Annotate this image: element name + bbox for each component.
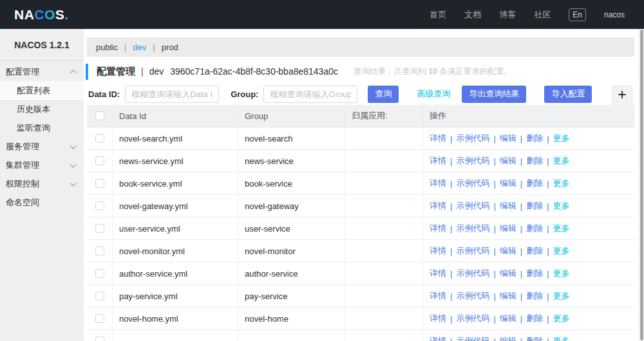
action-more[interactable]: 更多 bbox=[553, 178, 570, 189]
action-more[interactable]: 更多 bbox=[553, 245, 570, 257]
table-row: user-service.yml user-service 详情| 示例代码| … bbox=[87, 217, 634, 240]
action-separator: | bbox=[547, 314, 549, 324]
sidebar-item-config-list[interactable]: 配置列表 bbox=[0, 81, 84, 100]
action-separator: | bbox=[450, 156, 452, 166]
action-edit[interactable]: 编辑 bbox=[500, 290, 516, 302]
select-all-checkbox[interactable] bbox=[95, 111, 104, 120]
row-checkbox[interactable] bbox=[95, 246, 104, 255]
nav-link-blog[interactable]: 博客 bbox=[499, 9, 516, 21]
add-config-button[interactable]: + bbox=[612, 86, 632, 106]
row-checkbox[interactable] bbox=[95, 134, 104, 143]
scrollbar-thumb[interactable] bbox=[640, 30, 643, 340]
action-separator: | bbox=[547, 224, 549, 234]
username[interactable]: nacos bbox=[604, 10, 625, 19]
table-row: novel-home.yml novel-home 详情| 示例代码| 编辑| … bbox=[87, 308, 634, 330]
action-edit[interactable]: 编辑 bbox=[500, 133, 516, 144]
action-detail[interactable]: 详情 bbox=[430, 335, 446, 341]
table-row: news-service.yml news-service 详情| 示例代码| … bbox=[87, 150, 634, 172]
app-cell bbox=[345, 285, 423, 307]
action-sample-code[interactable]: 示例代码 bbox=[456, 335, 489, 341]
action-sample-code[interactable]: 示例代码 bbox=[456, 200, 489, 212]
group-input[interactable] bbox=[263, 86, 357, 103]
action-sample-code[interactable]: 示例代码 bbox=[456, 178, 489, 189]
row-checkbox[interactable] bbox=[95, 291, 104, 300]
action-detail[interactable]: 详情 bbox=[430, 155, 446, 167]
sidebar-version-title: NACOS 1.2.1 bbox=[0, 29, 84, 61]
action-delete[interactable]: 删除 bbox=[526, 290, 543, 302]
namespace-tab-dev[interactable]: dev bbox=[133, 42, 146, 52]
nav-link-home[interactable]: 首页 bbox=[430, 9, 446, 21]
sidebar-item-history-versions[interactable]: 历史版本 bbox=[0, 100, 84, 118]
row-checkbox[interactable] bbox=[95, 156, 104, 165]
action-more[interactable]: 更多 bbox=[553, 223, 570, 234]
row-checkbox[interactable] bbox=[95, 201, 104, 210]
row-checkbox[interactable] bbox=[95, 314, 104, 323]
sidebar-item-listener-query[interactable]: 监听查询 bbox=[0, 118, 84, 137]
action-delete[interactable]: 删除 bbox=[526, 223, 543, 234]
action-sample-code[interactable]: 示例代码 bbox=[456, 155, 489, 167]
sidebar-item-permission-control[interactable]: 权限控制 bbox=[0, 174, 84, 193]
search-button[interactable]: 查询 bbox=[368, 86, 399, 103]
action-delete[interactable]: 删除 bbox=[526, 133, 543, 144]
action-sample-code[interactable]: 示例代码 bbox=[456, 313, 489, 324]
action-edit[interactable]: 编辑 bbox=[500, 335, 516, 341]
namespace-separator: | bbox=[153, 42, 155, 52]
action-delete[interactable]: 删除 bbox=[526, 245, 543, 257]
action-edit[interactable]: 编辑 bbox=[500, 313, 516, 324]
action-more[interactable]: 更多 bbox=[553, 290, 570, 302]
action-delete[interactable]: 删除 bbox=[526, 335, 543, 341]
action-more[interactable]: 更多 bbox=[553, 313, 570, 324]
action-delete[interactable]: 删除 bbox=[526, 268, 543, 279]
row-checkbox[interactable] bbox=[95, 224, 104, 233]
action-detail[interactable]: 详情 bbox=[430, 223, 446, 234]
nacos-logo[interactable]: NACOS. bbox=[14, 7, 69, 23]
row-checkbox[interactable] bbox=[95, 269, 104, 278]
row-checkbox[interactable] bbox=[95, 336, 104, 341]
action-more[interactable]: 更多 bbox=[553, 200, 570, 212]
action-sample-code[interactable]: 示例代码 bbox=[456, 268, 489, 279]
action-delete[interactable]: 删除 bbox=[526, 155, 543, 167]
language-toggle[interactable]: En bbox=[569, 8, 586, 21]
action-detail[interactable]: 详情 bbox=[430, 268, 446, 279]
advanced-query-link[interactable]: 高级查询 bbox=[417, 88, 450, 100]
import-config-button[interactable]: 导入配置 bbox=[544, 86, 592, 103]
action-detail[interactable]: 详情 bbox=[430, 313, 446, 324]
namespace-tab-public[interactable]: public bbox=[96, 42, 118, 52]
sidebar-item-namespace[interactable]: 命名空间 bbox=[0, 193, 84, 212]
nav-link-community[interactable]: 社区 bbox=[534, 9, 551, 21]
action-delete[interactable]: 删除 bbox=[526, 178, 543, 189]
action-more[interactable]: 更多 bbox=[553, 268, 570, 279]
action-detail[interactable]: 详情 bbox=[430, 133, 446, 144]
sidebar-item-config-management[interactable]: 配置管理 bbox=[0, 62, 84, 81]
action-sample-code[interactable]: 示例代码 bbox=[456, 245, 489, 257]
action-edit[interactable]: 编辑 bbox=[500, 223, 516, 234]
row-checkbox[interactable] bbox=[95, 179, 104, 188]
data-id-input[interactable] bbox=[125, 86, 219, 103]
action-edit[interactable]: 编辑 bbox=[500, 245, 516, 257]
action-edit[interactable]: 编辑 bbox=[500, 155, 516, 167]
action-delete[interactable]: 删除 bbox=[526, 200, 543, 212]
title-accent-bar bbox=[86, 64, 88, 80]
action-more[interactable]: 更多 bbox=[553, 133, 570, 144]
action-edit[interactable]: 编辑 bbox=[500, 178, 516, 189]
action-more[interactable]: 更多 bbox=[553, 335, 570, 341]
action-sample-code[interactable]: 示例代码 bbox=[456, 223, 489, 234]
action-more[interactable]: 更多 bbox=[553, 155, 570, 167]
action-detail[interactable]: 详情 bbox=[430, 178, 446, 189]
action-edit[interactable]: 编辑 bbox=[500, 200, 516, 212]
sidebar-item-cluster-management[interactable]: 集群管理 bbox=[0, 156, 84, 174]
action-delete[interactable]: 删除 bbox=[526, 313, 543, 324]
action-sample-code[interactable]: 示例代码 bbox=[456, 133, 489, 144]
action-detail[interactable]: 详情 bbox=[430, 290, 446, 302]
sidebar-item-service-management[interactable]: 服务管理 bbox=[0, 137, 84, 156]
namespace-tab-prod[interactable]: prod bbox=[162, 42, 178, 52]
operations-cell: 详情| 示例代码| 编辑| 删除| 更多 bbox=[423, 285, 634, 307]
action-edit[interactable]: 编辑 bbox=[500, 268, 516, 279]
namespace-separator: | bbox=[124, 42, 126, 52]
action-sample-code[interactable]: 示例代码 bbox=[456, 290, 489, 302]
action-detail[interactable]: 详情 bbox=[430, 245, 446, 257]
nav-link-docs[interactable]: 文档 bbox=[464, 9, 481, 21]
export-results-button[interactable]: 导出查询结果 bbox=[462, 86, 526, 103]
group-cell: author-service bbox=[238, 263, 345, 284]
action-detail[interactable]: 详情 bbox=[430, 200, 446, 212]
